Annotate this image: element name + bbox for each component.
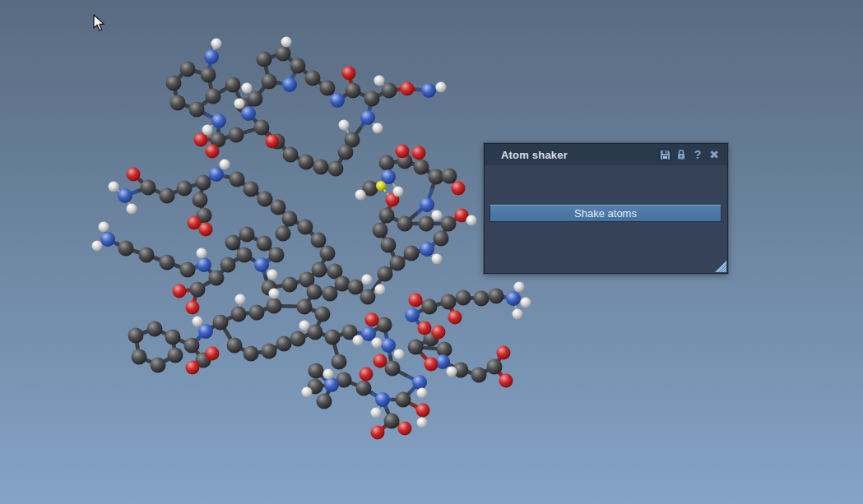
atom-shaker-dialog: Atom shaker — [484, 143, 728, 274]
titlebar-icons: ? ✖ — [658, 148, 721, 161]
shake-atoms-button[interactable]: Shake atoms — [489, 205, 721, 222]
molecule-viewport[interactable] — [0, 0, 863, 504]
resize-handle[interactable] — [715, 261, 726, 272]
dialog-titlebar[interactable]: Atom shaker — [485, 144, 727, 165]
molecule-workspace: Atom shaker — [0, 0, 863, 504]
help-icon[interactable]: ? — [691, 148, 704, 161]
dialog-title: Atom shaker — [501, 149, 658, 161]
save-icon[interactable] — [658, 148, 671, 161]
lock-icon[interactable] — [675, 148, 688, 161]
close-icon[interactable]: ✖ — [708, 148, 721, 161]
